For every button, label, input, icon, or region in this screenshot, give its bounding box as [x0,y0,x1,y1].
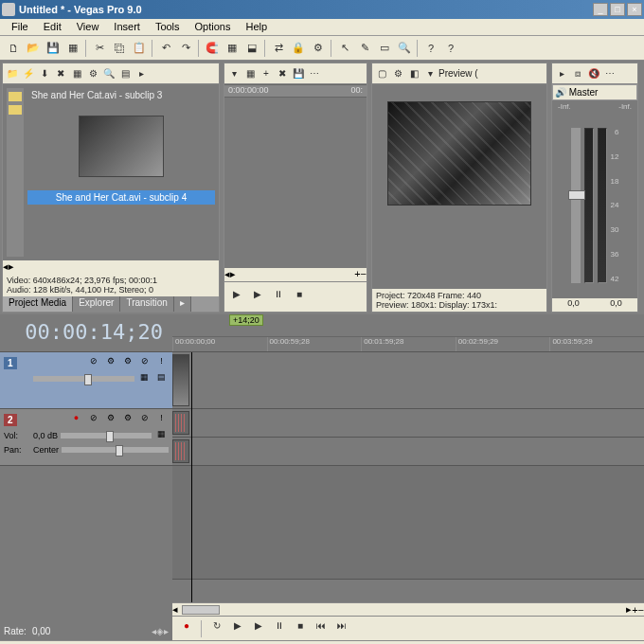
trimmer-scrollbar[interactable]: ◂ ▸ + − [224,268,367,281]
timeline-empty-area[interactable] [172,466,644,580]
play-button[interactable]: ▶ [250,620,267,637]
vol-slider[interactable] [61,433,152,438]
timeline-marker[interactable]: +14;20 [229,314,263,326]
timeline-track-audio[interactable] [172,438,644,466]
select-button[interactable]: ▭ [375,39,394,58]
trimmer-area[interactable] [224,98,367,257]
more-button[interactable]: ▸ [134,66,149,81]
timeline-ruler[interactable]: +14;20 00:00:00;00 00:00:59;28 00:01:59;… [172,314,644,352]
stop-button[interactable]: ■ [291,289,308,306]
menu-insert[interactable]: Insert [106,19,148,35]
media-item[interactable] [27,110,215,183]
about-button[interactable]: ? [441,39,460,58]
tab-project-media[interactable]: Project Media [3,296,73,312]
save-button[interactable]: 💾 [44,39,63,58]
video-clip[interactable] [172,354,189,406]
play-start-button[interactable]: ▶ [229,620,246,637]
track-header-video[interactable]: 1 ⊘ ⚙ ⚙ ⊘ ! ▦ ▤ [0,352,172,409]
media-thumbnail[interactable] [79,116,164,177]
menu-view[interactable]: View [69,19,107,35]
arm-record-button[interactable]: ● [69,413,83,426]
media-item-selected[interactable]: She and Her Cat.avi - subclip 4 [27,190,215,205]
envelope-button[interactable]: ✎ [355,39,374,58]
mute-button[interactable]: ⊘ [137,356,152,369]
track-fx-button[interactable]: ⚙ [103,413,117,426]
master-fader[interactable] [571,128,581,283]
audio-clip[interactable] [172,411,189,435]
solo-button[interactable]: ! [154,413,169,426]
preview-video[interactable] [387,101,531,206]
track-fx-button[interactable]: ⚙ [103,356,117,369]
snap-button[interactable]: 🧲 [203,39,222,58]
automation-button[interactable]: ⚙ [120,356,134,369]
automation-button[interactable]: ⚙ [120,413,134,426]
composite-button[interactable]: ▦ [137,372,152,385]
horizontal-scrollbar[interactable]: ◂ ▸ [3,260,219,274]
trimmer-select-button[interactable]: ▾ [226,66,242,81]
trimmer-more-button[interactable]: ⋯ [307,66,322,81]
autosave-button[interactable]: ⚙ [309,39,328,58]
preview-split-button[interactable]: ◧ [406,66,421,81]
folder-icon[interactable] [9,105,22,115]
copy-button[interactable]: ⿻ [110,39,129,58]
folder-icon[interactable] [9,92,22,101]
new-button[interactable]: 🗋 [4,39,23,58]
scroll-right-button[interactable]: ▸ [9,260,14,274]
track-header-audio[interactable]: 2 ● ⊘ ⚙ ⚙ ⊘ ! Vol: 0,0 dB ▦ Pan: Center [0,409,172,466]
help-button[interactable]: ? [421,39,440,58]
menu-edit[interactable]: Edit [36,19,69,35]
play-start-button[interactable]: ▶ [249,289,266,306]
maximize-button[interactable]: □ [610,3,625,16]
bypass-fx-button[interactable]: ⊘ [86,356,100,369]
tab-transitions[interactable]: Transition [120,296,174,312]
playhead-cursor[interactable] [191,352,192,602]
solo-button[interactable]: ! [154,356,169,369]
preview-fx-button[interactable]: ⚙ [390,66,405,81]
timeline-track-video[interactable] [172,352,644,409]
stop-button[interactable]: ■ [292,620,309,637]
close-button[interactable]: × [627,3,642,16]
pause-button[interactable]: ⏸ [271,620,288,637]
timecode-display[interactable]: 00:00:14;20 [0,314,172,352]
mixer-dim-button[interactable]: 🔇 [586,66,601,81]
fx-button[interactable]: ⚙ [85,66,100,81]
timeline-scrollbar[interactable]: ◂ ▸ + − [172,602,644,616]
level-slider[interactable] [33,376,134,382]
trimmer-show-button[interactable]: ▦ [242,66,258,81]
capture-button[interactable]: ⚡ [21,66,36,81]
paste-button[interactable]: 📋 [130,39,149,58]
zoom-button[interactable]: 🔍 [395,39,414,58]
trimmer-save-button[interactable]: 💾 [291,66,306,81]
zoom-out-button[interactable]: − [361,268,367,281]
open-button[interactable]: 📂 [24,39,43,58]
phase-button[interactable]: ▦ [154,429,169,442]
menu-options[interactable]: Options [188,19,239,35]
normal-edit-button[interactable]: ↖ [335,39,354,58]
folder-tree[interactable] [7,88,24,257]
scrub-control[interactable]: ◂◈▸ [152,626,169,636]
get-media-button[interactable]: ⬇ [37,66,52,81]
mixer-insert-button[interactable]: ▸ [554,66,569,81]
remove-button[interactable]: ✖ [53,66,68,81]
undo-button[interactable]: ↶ [156,39,175,58]
bypass-fx-button[interactable]: ⊘ [86,413,100,426]
tab-scroll-button[interactable]: ▸ [174,296,191,312]
trimmer-add-button[interactable]: + [259,66,274,81]
redo-button[interactable]: ↷ [176,39,195,58]
properties-button[interactable]: ▦ [69,66,84,81]
record-button[interactable]: ● [178,620,195,637]
pan-slider[interactable] [62,447,169,453]
parent-button[interactable]: ▤ [154,372,169,385]
scroll-left-button[interactable]: ◂ [172,603,178,616]
snap-grid-button[interactable]: ▦ [223,39,242,58]
tab-explorer[interactable]: Explorer [73,296,120,312]
marker-button[interactable]: ⬓ [242,39,261,58]
menu-tools[interactable]: Tools [148,19,188,35]
search-button[interactable]: 🔍 [101,66,116,81]
minimize-button[interactable]: _ [593,3,608,16]
loop-button[interactable]: ↻ [208,620,225,637]
play-button[interactable]: ▶ [228,289,245,306]
mute-button[interactable]: ⊘ [137,413,152,426]
cut-button[interactable]: ✂ [90,39,109,58]
ripple-button[interactable]: ⇄ [269,39,288,58]
